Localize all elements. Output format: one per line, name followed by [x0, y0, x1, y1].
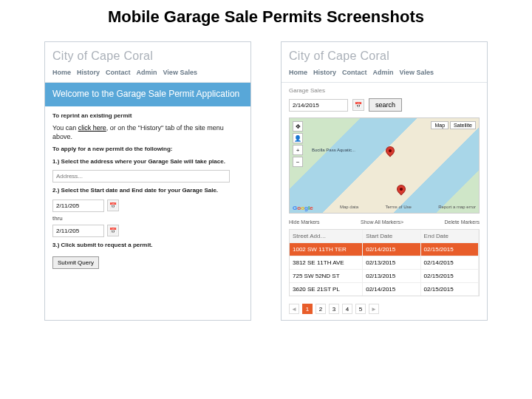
- step-2: 2.) Select the Start date and End date f…: [52, 187, 243, 194]
- cell-start: 02/13/2015: [363, 270, 420, 282]
- nav-home[interactable]: Home: [289, 69, 307, 76]
- table-row[interactable]: 3620 SE 21ST PL 02/14/2015 02/15/2015: [290, 282, 479, 296]
- page-1[interactable]: 1: [302, 304, 313, 314]
- welcome-banner: Welcome to the Garage Sale Permit Applic…: [45, 83, 250, 106]
- map-type-map[interactable]: Map: [431, 121, 449, 129]
- nav-history[interactable]: History: [77, 69, 100, 76]
- col-start-date[interactable]: Start Date: [363, 230, 420, 242]
- page-title: Mobile Garage Sale Permits Screenshots: [0, 0, 532, 41]
- col-end-date[interactable]: End Date: [421, 230, 479, 242]
- show-all-markers-link[interactable]: Show All Markers>: [361, 219, 403, 225]
- sales-table: Street Add… Start Date End Date 1002 SW …: [289, 229, 480, 296]
- reprint-text: You can click here, or on the "History" …: [52, 124, 243, 141]
- cell-end: 02/14/2015: [421, 256, 479, 269]
- page-5[interactable]: 5: [355, 304, 366, 314]
- map[interactable]: Map Satellite ✥ 👤 + − Bocilla Pass Aquat…: [289, 117, 480, 214]
- nav-bar: Home History Contact Admin View Sales: [282, 66, 487, 83]
- page-prev[interactable]: ◄: [289, 304, 299, 314]
- map-pin-icon[interactable]: [384, 145, 397, 157]
- page-4[interactable]: 4: [342, 304, 352, 314]
- nav-history[interactable]: History: [313, 69, 336, 76]
- cell-address: 725 SW 52ND ST: [290, 270, 363, 282]
- col-address[interactable]: Street Add…: [290, 230, 363, 242]
- nav-view-sales[interactable]: View Sales: [400, 69, 434, 76]
- search-date-input[interactable]: [289, 99, 348, 112]
- screenshot-map-list: City of Cape Coral Home History Contact …: [281, 41, 488, 321]
- nav-home[interactable]: Home: [52, 69, 71, 76]
- cell-start: 02/14/2015: [363, 243, 420, 256]
- step-1: 1.) Select the address where your Garage…: [52, 158, 243, 166]
- map-zoom-in-icon[interactable]: +: [293, 145, 303, 155]
- nav-view-sales[interactable]: View Sales: [163, 69, 197, 76]
- calendar-icon[interactable]: 📅: [107, 200, 119, 211]
- nav-contact[interactable]: Contact: [106, 69, 131, 76]
- map-type-satellite[interactable]: Satellite: [450, 121, 476, 129]
- page-2[interactable]: 2: [316, 304, 326, 314]
- reprint-pre: You can: [52, 124, 78, 132]
- map-report-link[interactable]: Report a map error: [438, 205, 476, 211]
- cell-start: 02/14/2015: [363, 283, 420, 296]
- cell-address: 3620 SE 21ST PL: [290, 283, 363, 296]
- map-pin-icon[interactable]: [395, 183, 408, 196]
- page-3[interactable]: 3: [329, 304, 339, 314]
- cell-address: 1002 SW 11TH TER: [290, 243, 363, 256]
- cell-end: 02/15/2015: [421, 270, 479, 282]
- search-button[interactable]: search: [369, 98, 402, 112]
- screenshot-welcome: City of Cape Coral Home History Contact …: [44, 41, 251, 321]
- nav-admin[interactable]: Admin: [137, 69, 157, 76]
- nav-contact[interactable]: Contact: [342, 69, 367, 76]
- delete-markers-link[interactable]: Delete Markers: [445, 219, 480, 225]
- click-here-link[interactable]: click here: [78, 124, 106, 132]
- start-date-input[interactable]: [52, 200, 104, 212]
- map-terms-link[interactable]: Terms of Use: [386, 205, 412, 211]
- end-date-input[interactable]: [52, 225, 104, 237]
- cell-start: 02/13/2015: [363, 256, 420, 269]
- table-header: Street Add… Start Date End Date: [290, 230, 479, 242]
- map-streetview-icon[interactable]: 👤: [293, 133, 303, 143]
- cell-end: 02/15/2015: [421, 283, 479, 296]
- submit-button[interactable]: Submit Query: [52, 256, 99, 269]
- pagination: ◄ 1 2 3 4 5 ►: [282, 301, 487, 320]
- google-logo: Google: [293, 205, 313, 211]
- cell-address: 3812 SE 11TH AVE: [290, 256, 363, 269]
- calendar-icon[interactable]: 📅: [352, 99, 364, 111]
- nav-admin[interactable]: Admin: [373, 69, 394, 76]
- address-input[interactable]: [52, 170, 230, 183]
- calendar-icon[interactable]: 📅: [107, 225, 119, 236]
- cell-end: 02/15/2015: [421, 243, 479, 256]
- hide-markers-link[interactable]: Hide Markers: [289, 219, 320, 225]
- map-zoom-out-icon[interactable]: −: [293, 157, 303, 167]
- map-data-label: Map data: [340, 205, 358, 211]
- nav-bar: Home History Contact Admin View Sales: [45, 66, 250, 83]
- page-next[interactable]: ►: [369, 304, 379, 314]
- map-pan-icon[interactable]: ✥: [293, 121, 303, 132]
- map-label: Bocilla Pass Aquatic...: [312, 148, 355, 152]
- garage-sales-label: Garage Sales: [282, 83, 487, 95]
- table-row[interactable]: 3812 SE 11TH AVE 02/13/2015 02/14/2015: [290, 256, 479, 269]
- screenshot-container: City of Cape Coral Home History Contact …: [0, 41, 532, 321]
- brand-title: City of Cape Coral: [282, 42, 487, 66]
- thru-label: thru: [52, 215, 243, 222]
- apply-heading: To apply for a new permit do the followi…: [52, 146, 243, 153]
- reprint-heading: To reprint an existing permit: [52, 112, 243, 120]
- table-row[interactable]: 725 SW 52ND ST 02/13/2015 02/15/2015: [290, 269, 479, 282]
- table-row[interactable]: 1002 SW 11TH TER 02/14/2015 02/15/2015: [290, 242, 479, 256]
- brand-title: City of Cape Coral: [45, 42, 250, 66]
- step-3: 3.) Click submit to request a permit.: [52, 242, 243, 249]
